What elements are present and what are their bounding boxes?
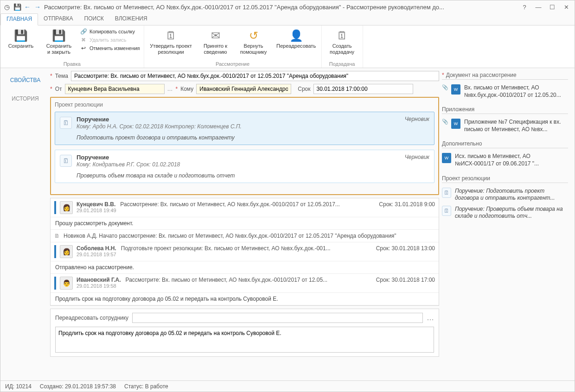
noted-button[interactable]: ✉ Принято к сведению [199, 27, 232, 55]
attachment-item[interactable]: 📎 W Приложение №7 Спецификация к вх. пис… [442, 117, 568, 135]
forward-button[interactable]: 👤 Переадресовать [275, 27, 318, 49]
task-icon: 🗓 [442, 188, 451, 198]
resolution-item[interactable]: 🗓 Поручение: Проверить объем товара на с… [442, 204, 568, 222]
floppy-icon: 💾 [14, 29, 27, 42]
from-more-icon[interactable]: … [167, 86, 173, 92]
side-tabs: СВОЙСТВА ИСТОРИЯ [3, 71, 47, 378]
resolution-box: Проект резолюции 🗓 Поручение Кому: Ардо … [50, 97, 439, 195]
word-doc-icon: W [451, 84, 460, 95]
right-panel: *Документ на рассмотрение 📎 W Вх. письмо… [442, 71, 572, 378]
word-doc-icon: W [451, 119, 460, 129]
document-item[interactable]: 📎 W Вх. письмо от Метинвест, АО №вх.бух.… [442, 82, 568, 101]
forward-input[interactable] [132, 313, 423, 323]
ribbon-tabs: ГЛАВНАЯ ОТПРАВКА ПОИСК ВЛОЖЕНИЯ [0, 13, 575, 25]
resolution-title: Проект резолюции [55, 101, 434, 108]
task-status: Черновик [405, 116, 429, 122]
feed-message: Прошу рассмотреть документ. [51, 217, 439, 230]
task-icon: 🗓 [60, 117, 72, 129]
feed-message: Продлить срок на подготовку договора до … [51, 293, 439, 305]
link-icon: 🔗 [80, 28, 87, 35]
create-subtask-button[interactable]: 🗓 Создать подзадачу [326, 27, 359, 55]
save-button[interactable]: 💾 Сохранить [4, 27, 38, 49]
save-close-button[interactable]: 💾 Сохранить и закрыть [42, 27, 76, 55]
calendar-plus-icon: 🗓 [336, 29, 349, 42]
forward-label: Переадресовать сотруднику [55, 315, 128, 321]
floppy-icon: 💾 [52, 29, 65, 42]
tab-send[interactable]: ОТПРАВКА [38, 13, 79, 25]
help-button[interactable]: ? [519, 4, 530, 11]
document-icon: 🗎 [54, 233, 60, 239]
sidetab-history[interactable]: ИСТОРИЯ [3, 89, 47, 108]
forward-icon[interactable]: → [34, 3, 41, 11]
save-icon[interactable]: 💾 [13, 3, 21, 11]
rp-documents-title: *Документ на рассмотрение [442, 72, 568, 80]
envelope-icon: ✉ [209, 29, 222, 42]
word-doc-icon: W [442, 153, 451, 163]
cross-icon: ✖ [80, 37, 87, 43]
maximize-button[interactable]: ☐ [547, 4, 558, 11]
avatar: 👩 [60, 201, 73, 214]
back-icon[interactable]: ← [24, 3, 31, 11]
activity-feed: 👩 Кунцевич В.В.Рассмотрение: Вх. письмо … [50, 198, 439, 306]
avatar: 👩 [60, 245, 73, 258]
undo-circle-icon: ↺ [247, 29, 260, 42]
due-label: Срок [298, 86, 310, 92]
window-title: Рассмотрите: Вх. письмо от Метинвест, АО… [44, 4, 516, 11]
rp-resolution-title: Проект резолюции [442, 175, 568, 183]
paperclip-icon: 📎 [442, 84, 447, 90]
task-icon: 🗓 [442, 206, 451, 216]
paperclip-icon: 📎 [442, 119, 447, 125]
ribbon: 💾 Сохранить 💾 Сохранить и закрыть 🔗Копир… [0, 25, 575, 68]
task-card[interactable]: 🗓 Поручение Кому: Кондратьев Р.Г. Срок: … [55, 150, 434, 183]
feed-action-line[interactable]: 🗎Новиков А.Д. Начато рассмотрение: Вх. п… [51, 230, 439, 242]
tab-attach[interactable]: ВЛОЖЕНИЯ [109, 13, 153, 25]
to-input[interactable] [196, 84, 291, 94]
from-input[interactable] [65, 84, 165, 94]
subject-label: Тема [55, 73, 68, 79]
calendar-check-icon: 🗓 [165, 29, 178, 42]
from-label: От [55, 86, 62, 92]
sidetab-properties[interactable]: СВОЙСТВА [3, 71, 47, 89]
resolution-item[interactable]: 🗓 Поручение: Подготовить проект договора… [442, 186, 568, 204]
more-icon[interactable]: … [427, 314, 434, 322]
minimize-button[interactable]: — [533, 4, 544, 11]
person-arrow-icon: 👤 [290, 29, 303, 42]
tab-main[interactable]: ГЛАВНАЯ [0, 13, 38, 25]
approve-resolution-button[interactable]: 🗓 Утвердить проект резолюции [148, 27, 194, 55]
compose-box: Переадресовать сотруднику … Продлить сро… [50, 309, 439, 357]
feed-message: Отправлено на рассмотрение. [51, 261, 439, 274]
rp-attachments-title: Приложения [442, 106, 568, 114]
rp-extra-title: Дополнительно [442, 140, 568, 148]
feed-entry[interactable]: 👨 Ивановский Г.А.Рассмотрите: Вх. письмо… [51, 274, 439, 293]
delete-button: ✖Удалить запись [80, 37, 140, 43]
comment-textarea[interactable]: Продлить срок на подготовку договора до … [55, 327, 434, 353]
tab-search[interactable]: ПОИСК [79, 13, 109, 25]
task-status: Черновик [405, 154, 429, 160]
avatar: 👨 [60, 277, 73, 290]
subject-input[interactable] [71, 71, 439, 81]
clock-icon: ◷ [3, 3, 11, 11]
close-button[interactable]: ✕ [561, 4, 572, 11]
due-input[interactable] [313, 84, 413, 94]
copy-link-button[interactable]: 🔗Копировать ссылку [80, 28, 140, 35]
extra-item[interactable]: W Исх. письмо в Метинвест, АО №ИСХ-0001/… [442, 151, 568, 169]
to-label: Кому [180, 86, 193, 92]
cancel-changes-button[interactable]: ↩Отменить изменения [80, 45, 140, 51]
return-button[interactable]: ↺ Вернуть помощнику [237, 27, 270, 55]
statusbar: ИД: 10214 Создано: 29.01.2018 19:57:38 С… [0, 380, 575, 392]
undo-icon: ↩ [80, 45, 87, 51]
titlebar: ◷ 💾 ← → Рассмотрите: Вх. письмо от Метин… [0, 0, 575, 13]
task-icon: 🗓 [60, 155, 72, 167]
feed-entry[interactable]: 👩 Соболева Н.Н.Подготовьте проект резолю… [51, 242, 439, 261]
feed-entry[interactable]: 👩 Кунцевич В.В.Рассмотрение: Вх. письмо … [51, 198, 439, 217]
task-card[interactable]: 🗓 Поручение Кому: Ардо Н.А. Срок: 02.02.… [55, 112, 434, 145]
